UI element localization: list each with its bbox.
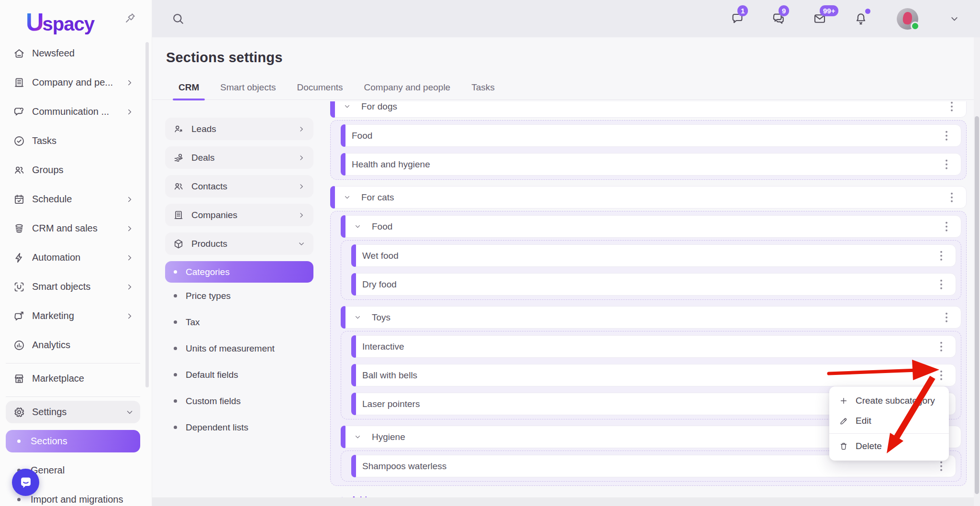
- subnav-categories[interactable]: Categories: [165, 261, 313, 283]
- category-label: Wet food: [362, 251, 399, 261]
- tab-crm[interactable]: CRM: [168, 82, 210, 99]
- subnav-companies[interactable]: Companies: [165, 204, 313, 226]
- bell-button[interactable]: [854, 11, 868, 26]
- subnav-label: Custom fields: [186, 396, 241, 407]
- tab-documents[interactable]: Documents: [286, 82, 353, 99]
- category-label: Food: [352, 131, 372, 141]
- sidebar-item-automation[interactable]: Automation: [6, 246, 140, 269]
- tab-smart-objects[interactable]: Smart objects: [210, 82, 286, 99]
- menu-item-create-subcategory[interactable]: Create subcategory: [829, 391, 949, 411]
- chat-button[interactable]: 1: [730, 11, 745, 26]
- chevron-right-icon: [125, 253, 134, 263]
- chevron-right-icon: [125, 311, 134, 321]
- subnav-deals[interactable]: Deals: [165, 146, 313, 169]
- crm-subnav: LeadsDealsContactsCompaniesProductsCateg…: [165, 118, 313, 506]
- uspacy-logo[interactable]: Uspacy: [26, 8, 94, 36]
- sidebar-item-label: Marketing: [32, 310, 74, 321]
- category-row-ball-with-bells[interactable]: Ball with bells: [351, 364, 956, 386]
- kebab-menu-icon[interactable]: [948, 101, 956, 114]
- kebab-menu-icon[interactable]: [943, 156, 951, 172]
- category-row-for-dogs[interactable]: For dogs: [330, 101, 967, 118]
- main-scrollbar-thumb[interactable]: [975, 116, 979, 494]
- kebab-menu-icon[interactable]: [943, 219, 951, 234]
- subnav-products[interactable]: Products: [165, 232, 313, 255]
- tab-bar: CRMSmart objectsDocumentsCompany and peo…: [152, 78, 980, 100]
- subnav-label: Companies: [191, 210, 237, 220]
- kebab-menu-icon[interactable]: [937, 367, 946, 383]
- tab-company-and-people[interactable]: Company and people: [354, 82, 461, 99]
- category-row-interactive[interactable]: Interactive: [351, 335, 956, 358]
- home-icon: [13, 47, 25, 60]
- subnav-custom-fields[interactable]: Custom fields: [165, 388, 313, 414]
- tab-tasks[interactable]: Tasks: [461, 82, 505, 99]
- marketing-icon: [13, 310, 25, 322]
- main-scrollbar[interactable]: [974, 37, 980, 506]
- settings-icon: [13, 406, 25, 418]
- sidebar-item-settings[interactable]: Settings: [6, 401, 140, 423]
- sidebar-item-schedule[interactable]: Schedule: [6, 188, 140, 210]
- subnav-contacts[interactable]: Contacts: [165, 175, 313, 198]
- sidebar-item-marketplace[interactable]: Marketplace: [6, 367, 140, 390]
- chats-button[interactable]: 9: [771, 11, 786, 26]
- profile-chevron-down-icon[interactable]: [949, 13, 960, 24]
- avatar[interactable]: [897, 8, 918, 30]
- subnav-tax[interactable]: Tax: [165, 309, 313, 335]
- kebab-menu-icon[interactable]: [937, 276, 946, 292]
- subnav-leads[interactable]: Leads: [165, 118, 313, 140]
- category-row-food[interactable]: Food: [341, 124, 961, 147]
- mail-button[interactable]: 99+: [813, 11, 827, 26]
- sidebar-item-tasks[interactable]: Tasks: [6, 130, 140, 152]
- subcategories-panel: FoodHealth and hygiene: [330, 120, 967, 180]
- subnav-price-types[interactable]: Price types: [165, 283, 313, 309]
- category-row-wet-food[interactable]: Wet food: [351, 244, 956, 267]
- chevron-down-icon: [297, 240, 306, 248]
- category-label: Laser pointers: [362, 399, 420, 409]
- sidebar-item-label: Marketplace: [32, 373, 84, 384]
- menu-item-delete[interactable]: Delete: [829, 436, 949, 456]
- kebab-menu-icon[interactable]: [943, 128, 951, 143]
- chevron-right-icon: [125, 224, 134, 233]
- sidebar-nav: NewsfeedCompany and pe...Communication .…: [0, 42, 152, 506]
- subnav-label: Products: [191, 239, 227, 249]
- bullet-dot: [174, 270, 177, 274]
- menu-item-edit[interactable]: Edit: [829, 411, 949, 431]
- category-row-food[interactable]: Food: [341, 215, 961, 238]
- category-row-health-and-hygiene[interactable]: Health and hygiene: [341, 153, 961, 176]
- subnav-dependent-lists[interactable]: Dependent lists: [165, 414, 313, 440]
- sidebar-item-crm-and-sales[interactable]: CRM and sales: [6, 217, 140, 240]
- category-row-toys[interactable]: Toys: [341, 306, 961, 329]
- category-row-for-cats[interactable]: For cats: [330, 186, 967, 209]
- category-label: Interactive: [362, 341, 404, 352]
- bullet-dot: [174, 373, 177, 376]
- pin-sidebar-icon[interactable]: [123, 11, 137, 25]
- sidebar-item-label: Company and pe...: [32, 77, 113, 88]
- sidebar-item-company-and-pe[interactable]: Company and pe...: [6, 71, 140, 94]
- bullet-dot: [174, 347, 177, 350]
- sidebar-item-sections[interactable]: Sections: [6, 430, 140, 452]
- kebab-menu-icon[interactable]: [943, 309, 951, 325]
- page-title: Sections settings: [166, 50, 980, 66]
- deals-icon: [173, 152, 184, 164]
- category-row-dry-food[interactable]: Dry food: [351, 273, 956, 296]
- search-icon[interactable]: [171, 12, 185, 25]
- tasks-icon: [13, 135, 25, 147]
- sidebar-item-smart-objects[interactable]: Smart objects: [6, 275, 140, 298]
- kebab-menu-icon[interactable]: [937, 458, 946, 474]
- kebab-menu-icon[interactable]: [948, 189, 956, 205]
- kebab-menu-icon[interactable]: [937, 248, 946, 264]
- support-chat-fab[interactable]: [12, 469, 39, 496]
- subnav-default-fields[interactable]: Default fields: [165, 362, 313, 388]
- kebab-menu-icon[interactable]: [937, 339, 946, 354]
- sidebar-scrollbar[interactable]: [145, 42, 149, 387]
- sidebar-item-groups[interactable]: Groups: [6, 159, 140, 181]
- chevron-right-icon: [125, 107, 134, 117]
- sidebar-item-communication[interactable]: Communication ...: [6, 100, 140, 123]
- chevron-right-icon: [297, 125, 306, 133]
- calendar-icon: [13, 193, 25, 206]
- sidebar-item-marketing[interactable]: Marketing: [6, 305, 140, 327]
- sidebar-item-analytics[interactable]: Analytics: [6, 334, 140, 356]
- subcategories-panel: Wet foodDry food: [341, 240, 961, 300]
- subnav-units-of-measurement[interactable]: Units of measurement: [165, 335, 313, 362]
- sidebar-item-newsfeed[interactable]: Newsfeed: [6, 42, 140, 65]
- bullet-dot: [17, 498, 21, 501]
